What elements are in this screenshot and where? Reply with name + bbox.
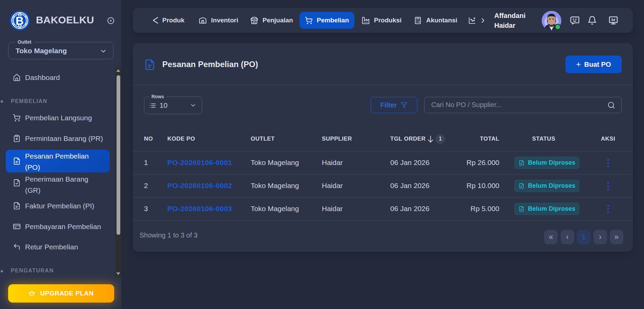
svg-text:B: B xyxy=(16,15,24,27)
